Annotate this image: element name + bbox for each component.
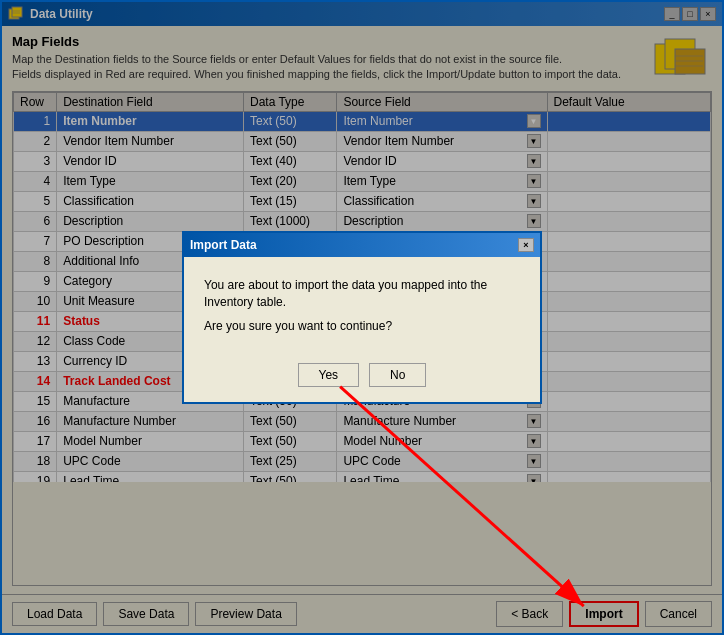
modal-content: You are about to import the data you map… xyxy=(184,257,540,358)
modal-close-button[interactable]: × xyxy=(518,238,534,252)
modal-message-1: You are about to import the data you map… xyxy=(204,277,520,311)
modal-yes-button[interactable]: Yes xyxy=(298,363,360,387)
svg-line-11 xyxy=(340,387,584,607)
import-dialog: Import Data × You are about to import th… xyxy=(182,231,542,404)
modal-title: Import Data xyxy=(190,238,257,252)
modal-no-button[interactable]: No xyxy=(369,363,426,387)
modal-buttons: Yes No xyxy=(184,358,540,402)
modal-message-2: Are you sure you want to continue? xyxy=(204,318,520,335)
main-window: Data Utility _ □ × Map Fields Map the De… xyxy=(0,0,724,635)
modal-overlay: Import Data × You are about to import th… xyxy=(2,2,722,633)
modal-title-bar: Import Data × xyxy=(184,233,540,257)
